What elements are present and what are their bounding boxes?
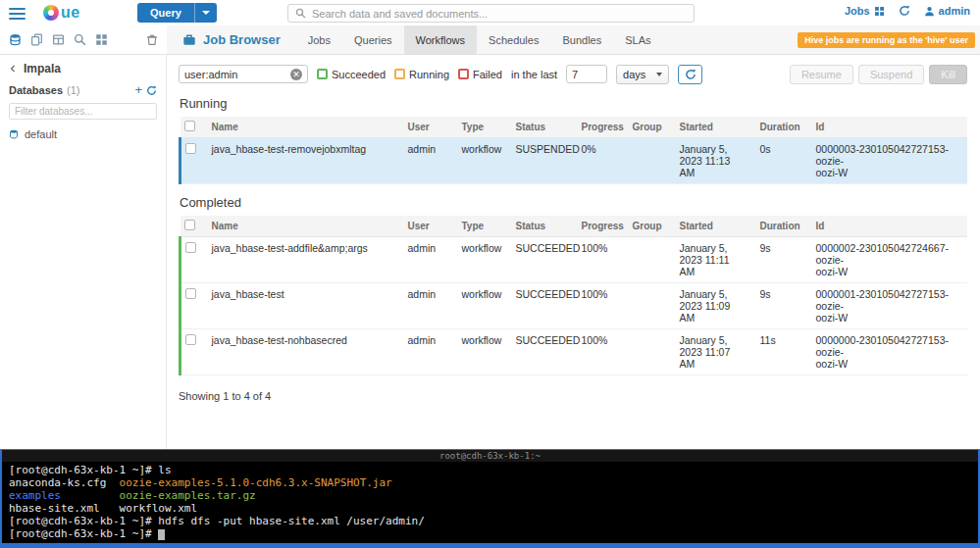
table-row[interactable]: java_hbase-test admin workflow SUCCEEDED… (181, 283, 968, 329)
col-user[interactable]: User (404, 117, 458, 138)
screen: ue Query Jobs (0, 0, 980, 548)
resume-button[interactable]: Resume (790, 65, 853, 84)
job-name-link[interactable]: java_hbase-test-removejobxmltag (208, 138, 404, 184)
col-name[interactable]: Name (208, 117, 404, 138)
history-icon[interactable] (899, 5, 910, 17)
documents-icon[interactable] (30, 33, 43, 46)
job-name-link[interactable]: java_hbase-test-addfile&amp;args (208, 237, 404, 283)
tab-slas[interactable]: SLAs (613, 25, 662, 54)
table-header-row: Name User Type Status Progress Group Sta… (181, 216, 968, 237)
kill-button[interactable]: Kill (929, 65, 967, 84)
time-unit-select[interactable]: days (616, 65, 669, 84)
col-group[interactable]: Group (629, 117, 676, 138)
tables-icon[interactable] (52, 33, 65, 46)
col-started[interactable]: Started (676, 117, 756, 138)
terminal-title: root@cdh-63x-kb-1:~ (2, 450, 978, 462)
user-filter-field: ✕ (179, 65, 308, 83)
tab-bundles[interactable]: Bundles (550, 25, 613, 54)
assist-search-icon[interactable] (74, 33, 86, 46)
table-header-row: Name User Type Status Progress Group Sta… (181, 117, 968, 138)
job-browser-icon (182, 33, 196, 47)
job-browser-tabs: Jobs Queries Workflows Schedules Bundles… (296, 25, 663, 54)
tab-schedules[interactable]: Schedules (477, 25, 550, 54)
col-duration[interactable]: Duration (756, 216, 812, 237)
job-name-link[interactable]: java_hbase-test (208, 283, 404, 329)
col-duration[interactable]: Duration (756, 117, 812, 138)
hue-logo[interactable]: ue (43, 4, 80, 22)
job-browser-main: ✕ Succeeded Running Failed in the last d… (167, 55, 980, 449)
col-status[interactable]: Status (512, 216, 578, 237)
sql-databases-icon[interactable] (9, 33, 22, 46)
tab-jobs[interactable]: Jobs (296, 25, 342, 54)
job-duration: 9s (756, 283, 812, 329)
running-label: Running (409, 69, 449, 80)
col-user[interactable]: User (404, 216, 458, 237)
tab-queries[interactable]: Queries (342, 25, 404, 54)
row-checkbox[interactable] (185, 334, 196, 345)
select-all-checkbox[interactable] (184, 220, 195, 230)
query-button[interactable]: Query (137, 3, 217, 23)
hive-warning-badge: Hive jobs are running as the 'hive' user (798, 32, 975, 48)
jobs-nav-button[interactable]: Jobs (845, 5, 885, 17)
user-icon (924, 6, 935, 17)
job-status: SUSPENDED (512, 138, 578, 184)
col-status[interactable]: Status (512, 117, 578, 138)
trash-icon[interactable] (146, 33, 158, 46)
col-progress[interactable]: Progress (578, 216, 629, 237)
job-duration: 9s (756, 237, 812, 283)
database-item-default[interactable]: default (9, 128, 157, 140)
col-id[interactable]: Id (812, 117, 968, 138)
job-id: 0000000-230105042727153-oozie-oozi-W (812, 329, 968, 375)
query-dropdown-toggle[interactable] (194, 3, 217, 23)
select-all-checkbox[interactable] (184, 121, 195, 131)
refresh-databases-icon[interactable] (146, 85, 157, 96)
job-name-link[interactable]: java_hbase-test-nohbasecred (208, 329, 404, 375)
clear-filter-icon[interactable]: ✕ (290, 69, 302, 80)
terminal-window[interactable]: root@cdh-63x-kb-1:~ [root@cdh-63x-kb-1 ~… (0, 449, 980, 548)
table-row[interactable]: java_hbase-test-addfile&amp;args admin w… (181, 237, 968, 283)
col-type[interactable]: Type (458, 117, 512, 138)
col-started[interactable]: Started (676, 216, 756, 237)
col-group[interactable]: Group (629, 216, 676, 237)
pagination-summary: Showing 1 to 4 of 4 (179, 390, 967, 402)
table-row[interactable]: java_hbase-test-removejobxmltag admin wo… (181, 138, 968, 184)
col-type[interactable]: Type (458, 216, 512, 237)
col-id[interactable]: Id (812, 216, 968, 237)
succeeded-checkbox[interactable] (317, 69, 328, 79)
user-filter-input[interactable] (184, 69, 290, 80)
refresh-jobs-button[interactable] (678, 65, 702, 84)
apps-grid-icon[interactable] (95, 33, 108, 46)
col-progress[interactable]: Progress (578, 117, 629, 138)
job-user: admin (404, 329, 458, 375)
col-name[interactable]: Name (208, 216, 404, 237)
chevron-left-icon[interactable] (9, 64, 18, 74)
row-checkbox[interactable] (185, 242, 196, 253)
running-jobs-table: Name User Type Status Progress Group Sta… (179, 117, 967, 184)
query-button-label: Query (137, 3, 194, 23)
top-bar: ue Query Jobs (0, 0, 980, 25)
terminal-line: [root@cdh-63x-kb-1 ~]# (9, 527, 971, 540)
running-checkbox[interactable] (394, 69, 405, 79)
days-count-input[interactable] (566, 65, 607, 83)
table-row[interactable]: java_hbase-test-nohbasecred admin workfl… (181, 329, 968, 375)
assist-source-title[interactable]: Impala (24, 62, 61, 75)
database-name: default (25, 128, 57, 140)
job-type: workflow (458, 283, 512, 329)
tab-workflows[interactable]: Workflows (404, 25, 478, 54)
add-database-icon[interactable]: + (134, 85, 142, 95)
filter-databases-input[interactable] (9, 103, 157, 120)
suspend-button[interactable]: Suspend (858, 65, 924, 84)
row-checkbox[interactable] (185, 143, 196, 154)
user-menu[interactable]: admin (924, 5, 970, 17)
search-icon (295, 8, 306, 19)
terminal-line: [root@cdh-63x-kb-1 ~]# hdfs dfs -put hba… (9, 515, 971, 527)
job-type: workflow (458, 138, 512, 184)
terminal-line: [root@cdh-63x-kb-1 ~]# ls (9, 464, 971, 476)
row-checkbox[interactable] (185, 288, 196, 299)
hamburger-menu-icon[interactable] (9, 8, 26, 20)
failed-checkbox[interactable] (458, 69, 469, 79)
search-input[interactable] (312, 8, 687, 20)
running-section-title: Running (180, 96, 967, 111)
job-group (629, 237, 676, 283)
job-id: 0000003-230105042727153-oozie-oozi-W (812, 138, 968, 184)
